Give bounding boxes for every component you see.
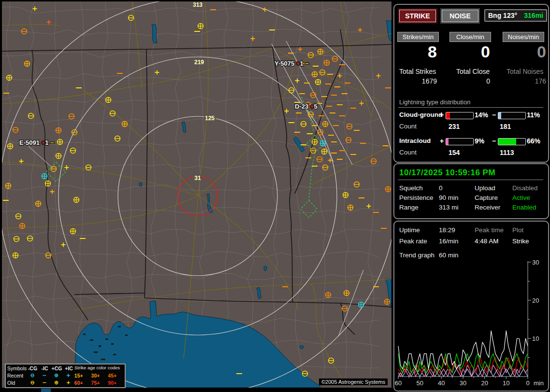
trend-graph: 1020306050403020100min: [394, 222, 548, 391]
strike-symbol: [25, 61, 30, 67]
legend-symbols-header: Symbols: [6, 365, 27, 371]
close-per-min-value: 0: [450, 42, 490, 61]
ic-plus-bar: [446, 138, 474, 145]
legend-row: Recent⊖−⊕+15+30+45+: [6, 372, 125, 379]
bearing-value: Bng 123°: [488, 12, 517, 19]
cg-plus-percent: 14%: [475, 111, 488, 119]
strike-mode-button[interactable]: STRIKE: [399, 10, 436, 22]
cg-plus-count: 231: [449, 123, 460, 130]
strike-symbol: [36, 201, 41, 207]
strike-symbol: [42, 174, 47, 179]
strike-symbol: [343, 193, 348, 198]
strike-symbol: [13, 253, 18, 258]
noise-mode-button[interactable]: NOISE: [442, 10, 478, 22]
strikes-per-min-label: Strikes/min: [397, 32, 439, 42]
distribution-divider: [398, 107, 543, 108]
noises-per-min-value: 0: [507, 42, 546, 61]
total-strikes-value: 1679: [397, 77, 437, 85]
strike-stats-panel: STRIKE NOISE Bng 123° 316mi Strikes/min …: [393, 4, 549, 163]
total-noises-value: 176: [507, 77, 546, 85]
strike-symbol: [312, 140, 318, 145]
strike-symbol: [71, 229, 76, 234]
ic-minus-bar: [498, 138, 526, 145]
strike-symbol: [323, 122, 328, 127]
bottom-edge-fragment: [41, 389, 51, 392]
total-close-value: 0: [450, 77, 490, 85]
strike-symbol: [6, 183, 11, 189]
distribution-header: Lightning type distribution: [399, 98, 470, 106]
strike-symbol: [386, 187, 391, 192]
squelch-label: Squelch: [399, 183, 423, 193]
strike-symbol: [312, 72, 318, 77]
current-datetime: 10/17/2025 10:59:16 PM: [399, 168, 495, 178]
svg-text:20: 20: [532, 297, 539, 304]
strike-symbol: [198, 24, 203, 29]
strike-symbol: [359, 302, 364, 308]
strike-symbol: [324, 60, 330, 66]
svg-text:219: 219: [194, 59, 204, 66]
strike-symbol: [326, 293, 331, 298]
legend-type-nic: -IC: [39, 365, 51, 371]
strike-symbol: [58, 140, 63, 145]
ic-plus-count: 154: [449, 149, 460, 156]
total-strikes-label: Total Strikes: [399, 68, 436, 75]
cg-count-label: Count: [399, 123, 417, 130]
svg-text:10: 10: [532, 335, 539, 342]
bearing-readout: Bng 123° 316mi: [484, 9, 547, 22]
map-legend: Symbols -CG -IC +CG +IC Strike age color…: [5, 364, 126, 388]
strike-symbol: [122, 122, 128, 127]
capture-label: Capture: [475, 193, 498, 203]
legend-type-ncg: -CG: [27, 365, 39, 371]
svg-text:20: 20: [481, 379, 488, 387]
cloud-ground-label: Cloud-ground: [399, 111, 442, 118]
strike-symbol: [56, 154, 61, 159]
svg-text:10: 10: [503, 379, 509, 387]
strike-symbol: [385, 299, 390, 305]
svg-text:30: 30: [460, 379, 466, 387]
strike-symbol: [7, 75, 12, 81]
total-noises-label: Total Noises: [507, 68, 543, 75]
receiver-status: Enabled: [512, 203, 536, 212]
map-canvas[interactable]: 31125219313 Y-5075 +1 −D-23 +5E-5091 +1 …: [2, 1, 391, 388]
capture-status: Active: [512, 193, 530, 203]
persistence-label: Persistence: [399, 193, 434, 203]
strike-symbol: [56, 128, 61, 133]
status-panel: 10/17/2025 10:59:16 PM Squelch 0 Upload …: [393, 163, 549, 219]
upload-status: Disabled: [512, 183, 538, 193]
ic-plus-percent: 9%: [475, 137, 484, 145]
svg-text:Y-5075 +1 −: Y-5075 +1 −: [275, 60, 309, 67]
cg-minus-bar: [498, 112, 526, 119]
bearing-distance: 316mi: [524, 12, 543, 19]
strike-symbol: [20, 224, 25, 229]
strike-symbol: [316, 80, 321, 85]
legend-row: Old⊖−⊕+60+75+90+: [6, 379, 125, 386]
strike-symbol: [322, 149, 327, 154]
ic-minus-count: 1113: [500, 149, 514, 156]
strike-symbol: [348, 205, 353, 210]
svg-text:60: 60: [395, 379, 402, 387]
strike-symbol: [74, 197, 79, 203]
plus-sign: +: [440, 137, 444, 145]
copyright-notice: ©2005 Astrogenic Systems: [319, 378, 388, 385]
minus-sign: −: [492, 111, 496, 119]
range-value: 313 mi: [439, 203, 459, 212]
svg-text:30: 30: [532, 259, 539, 266]
intracloud-label: Intracloud: [399, 137, 431, 144]
receiver-label: Receiver: [475, 203, 500, 212]
minus-sign: −: [492, 137, 496, 145]
legend-age-header: Strike age color codes: [74, 365, 124, 370]
datetime-divider: [398, 180, 543, 180]
cg-minus-percent: 11%: [527, 111, 540, 119]
plus-sign: +: [440, 111, 444, 119]
upload-label: Upload: [475, 183, 495, 193]
svg-text:313: 313: [193, 1, 203, 8]
legend-type-pcg: +CG: [51, 365, 63, 371]
strike-symbol: [320, 141, 326, 146]
trend-panel: Uptime 18:29 Peak time Plot Peak rate 16…: [393, 221, 549, 392]
cg-plus-bar: [446, 112, 474, 119]
svg-text:D-23 +5: D-23 +5: [295, 103, 318, 110]
noises-per-min-label: Noises/min: [503, 32, 544, 42]
application-window: 31125219313 Y-5075 +1 −D-23 +5E-5091 +1 …: [0, 0, 550, 392]
legend-type-pic: +IC: [63, 365, 75, 371]
ic-count-label: Count: [399, 149, 417, 156]
